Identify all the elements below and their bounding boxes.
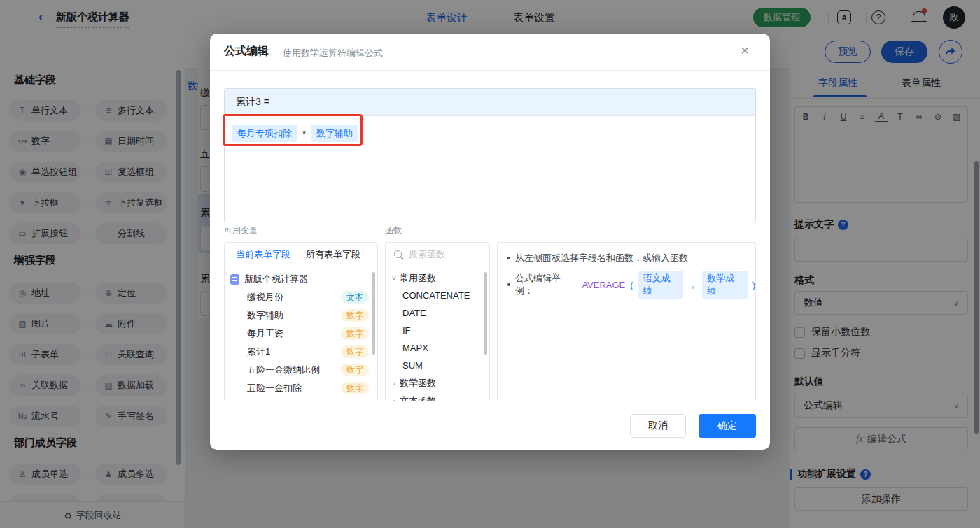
example-function-name: AVERAGE (582, 280, 625, 290)
annotation-highlight-box (223, 114, 363, 146)
divider (210, 70, 770, 71)
type-badge-number: 数字 (341, 327, 369, 340)
chevron-right-icon: › (388, 397, 400, 402)
function-item[interactable]: MAPX (386, 339, 489, 357)
functions-panel: ∨ 常用函数 CONCATENATE DATE IF MAPX SUM › 数学… (385, 242, 490, 401)
function-group-text[interactable]: › 文本函数 (386, 392, 489, 401)
variables-tabs: 当前表单字段 所有表单字段 (225, 243, 377, 266)
variable-row[interactable]: 每月工资 数字 (225, 324, 377, 343)
function-item[interactable]: DATE (386, 304, 489, 322)
form-doc-icon (230, 274, 239, 285)
tip-line-1: 从左侧面板选择字段名和函数，或输入函数 (507, 252, 688, 264)
function-search-input[interactable] (407, 248, 477, 260)
bullet-icon (507, 257, 510, 259)
variable-row[interactable]: 五险一金缴纳比例 数字 (225, 361, 377, 379)
variables-scrollbar[interactable] (372, 272, 375, 355)
confirm-button[interactable]: 确定 (699, 414, 756, 438)
formula-target: 累计3 = (225, 89, 755, 116)
cancel-button[interactable]: 取消 (630, 414, 686, 438)
function-item[interactable]: SUM (386, 357, 489, 374)
tips-panel: 从左侧面板选择字段名和函数，或输入函数 公式编辑举例：AVERAGE( 语文成绩… (497, 242, 756, 401)
function-group-common[interactable]: ∨ 常用函数 (386, 269, 489, 287)
close-icon[interactable]: × (741, 43, 749, 57)
variables-section-label: 可用变量 (224, 224, 258, 236)
variable-row[interactable]: 五险一金扣除 数字 (225, 379, 377, 397)
variable-tree-root[interactable]: 新版个税计算器 (225, 270, 377, 288)
chevron-right-icon: › (388, 379, 400, 387)
example-arg-token: 数学成绩 (702, 271, 748, 299)
tab-all-form-fields[interactable]: 所有表单字段 (306, 248, 360, 261)
variable-row[interactable]: 缴税月份 文本 (225, 288, 377, 306)
functions-scrollbar[interactable] (484, 272, 487, 355)
type-badge-number: 数字 (341, 382, 369, 394)
type-badge-number: 数字 (341, 345, 369, 358)
modal-title: 公式编辑 (224, 44, 269, 59)
type-badge-number: 数字 (341, 364, 369, 376)
bullet-icon (507, 283, 510, 286)
formula-edit-modal: 公式编辑 使用数学运算符编辑公式 × 累计3 = 每月专项扣除 * 数字辅助 可… (210, 34, 770, 450)
type-badge-number: 数字 (341, 309, 369, 322)
function-search-row (386, 243, 489, 266)
tip-line-2: 公式编辑举例：AVERAGE( 语文成绩 ， 数学成绩 ) (507, 271, 755, 299)
function-group-math[interactable]: › 数学函数 (386, 374, 489, 392)
functions-section-label: 函数 (385, 224, 402, 236)
formula-editor[interactable]: 累计3 = 每月专项扣除 * 数字辅助 (224, 88, 756, 222)
variable-row[interactable]: 累计1 数字 (225, 343, 377, 361)
type-badge-text: 文本 (341, 291, 369, 304)
tab-current-form-fields[interactable]: 当前表单字段 (236, 248, 290, 261)
function-item[interactable]: IF (386, 322, 489, 339)
function-item[interactable]: CONCATENATE (386, 287, 489, 304)
variable-row[interactable]: 数字辅助 数字 (225, 306, 377, 324)
chevron-down-icon: ∨ (388, 273, 400, 283)
app-window: ‹ 新版个税计算器 表单设计 表单设置 数据管理 A ? 政 ↗ 表单外链 </… (0, 0, 980, 528)
search-icon (394, 250, 402, 258)
modal-subtitle: 使用数学运算符编辑公式 (283, 47, 383, 59)
variables-panel: 当前表单字段 所有表单字段 新版个税计算器 缴税月份 文本 数字辅助 数字 每月… (224, 242, 378, 401)
example-arg-token: 语文成绩 (638, 271, 684, 299)
